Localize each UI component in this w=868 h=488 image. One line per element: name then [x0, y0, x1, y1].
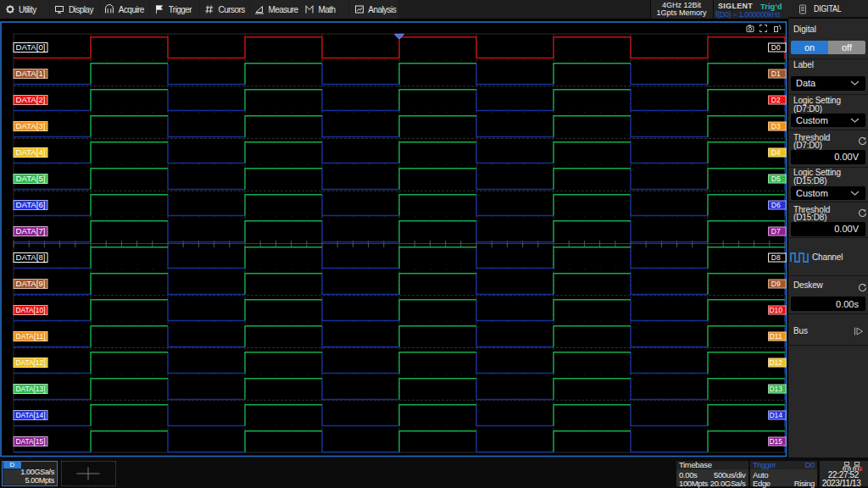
- svg-text:DATA[14]: DATA[14]: [16, 411, 46, 419]
- svg-text:D4: D4: [771, 148, 781, 157]
- svg-text:D11: D11: [770, 332, 782, 341]
- svg-text:DATA[15]: DATA[15]: [16, 437, 46, 446]
- svg-text:D12: D12: [769, 358, 782, 367]
- svg-text:DATA[6]: DATA[6]: [16, 201, 46, 209]
- svg-text:D14: D14: [769, 411, 782, 419]
- svg-text:D8: D8: [771, 253, 781, 262]
- svg-text:D1: D1: [771, 69, 781, 78]
- svg-text:DATA[9]: DATA[9]: [16, 280, 46, 288]
- svg-text:D5: D5: [771, 175, 781, 183]
- svg-text:DATA[10]: DATA[10]: [16, 306, 46, 314]
- svg-text:DATA[5]: DATA[5]: [16, 175, 46, 183]
- svg-text:D13: D13: [769, 385, 782, 393]
- svg-text:DATA[12]: DATA[12]: [16, 358, 46, 367]
- svg-text:DATA[3]: DATA[3]: [16, 122, 46, 130]
- svg-text:D6: D6: [771, 201, 781, 209]
- svg-text:D7: D7: [771, 227, 781, 236]
- svg-text:D3: D3: [771, 122, 781, 130]
- svg-text:DATA[7]: DATA[7]: [16, 227, 46, 236]
- svg-text:D10: D10: [769, 306, 782, 314]
- svg-text:DATA[11]: DATA[11]: [16, 332, 46, 341]
- svg-text:D2: D2: [771, 96, 781, 104]
- svg-text:DATA[0]: DATA[0]: [16, 43, 46, 52]
- svg-text:D15: D15: [769, 437, 782, 446]
- svg-text:DATA[4]: DATA[4]: [16, 148, 46, 157]
- svg-text:D9: D9: [771, 280, 781, 288]
- svg-text:DATA[8]: DATA[8]: [16, 253, 46, 262]
- svg-text:D0: D0: [771, 43, 781, 52]
- svg-text:DATA[1]: DATA[1]: [16, 69, 46, 78]
- svg-text:DATA[13]: DATA[13]: [16, 385, 46, 393]
- svg-text:DATA[2]: DATA[2]: [16, 96, 46, 104]
